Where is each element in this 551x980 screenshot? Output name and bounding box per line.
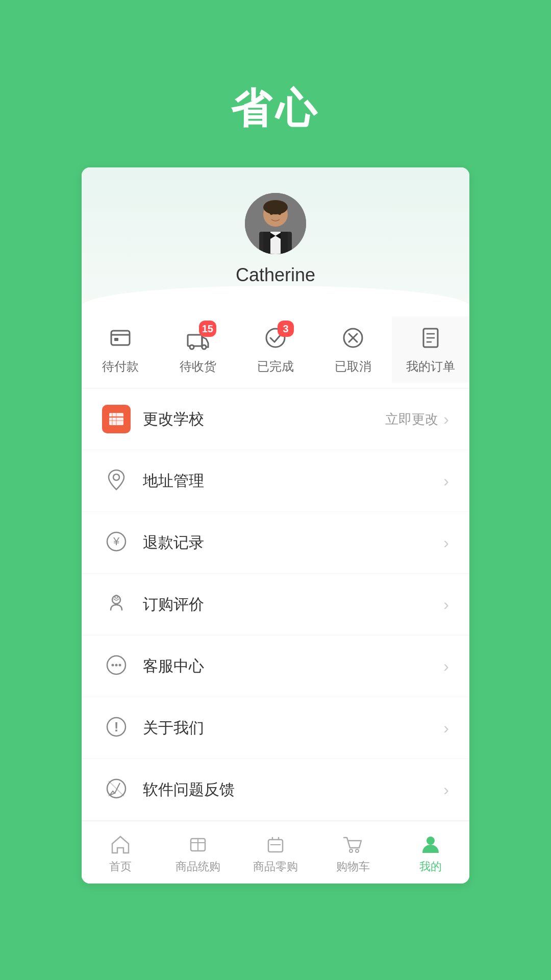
svg-point-31 [112,596,120,604]
svg-point-15 [190,345,194,349]
my-orders-icon [418,326,443,352]
svg-point-16 [202,345,206,349]
svg-text:¥: ¥ [113,535,120,548]
tab-cancelled[interactable]: 已取消 [314,316,392,383]
svg-rect-14 [188,335,202,346]
chevron-change-school: › [443,410,449,429]
nav-item-home[interactable]: 首页 [82,829,159,878]
username: Catherine [236,264,315,286]
svg-rect-44 [268,840,283,852]
nav-label-retail: 商品零购 [253,859,298,874]
nav-label-bulk: 商品统购 [176,859,220,874]
menu-action-change-school: 立即更改 [385,410,438,428]
svg-point-46 [349,849,353,852]
menu-text-refund: 退款记录 [143,532,443,553]
svg-rect-12 [111,331,130,345]
main-card: Catherine 待付款 [82,167,469,884]
svg-rect-11 [281,232,288,254]
svg-rect-10 [263,232,270,254]
review-icon [104,591,129,618]
tab-pending-payment[interactable]: 待付款 [82,316,159,383]
about-icon: ! [104,714,129,742]
chevron-refund: › [443,533,449,552]
menu-text-address: 地址管理 [143,471,443,492]
svg-point-36 [119,664,121,667]
svg-rect-13 [114,338,118,341]
svg-point-48 [427,837,435,845]
tab-label-my-orders: 我的订单 [406,358,455,375]
chevron-feedback: › [443,780,449,799]
cancelled-icon [341,326,365,352]
svg-point-35 [115,664,118,667]
menu-text-review: 订购评价 [143,594,443,615]
menu-item-feedback[interactable]: 软件问题反馈 › [82,759,469,821]
nav-label-home: 首页 [109,859,132,874]
menu-item-about[interactable]: ! 关于我们 › [82,697,469,759]
pending-delivery-badge: 15 [199,321,216,337]
svg-point-28 [113,474,119,480]
address-icon [104,467,129,495]
svg-point-47 [356,849,359,852]
svg-point-9 [278,212,281,215]
tab-completed[interactable]: 3 已完成 [237,316,314,383]
tab-label-completed: 已完成 [257,358,294,375]
nav-label-cart: 购物车 [336,859,370,874]
menu-text-change-school: 更改学校 [143,409,385,430]
menu-item-address[interactable]: 地址管理 › [82,450,469,512]
profile-header: Catherine [82,167,469,306]
svg-point-3 [263,200,288,214]
feedback-icon [104,776,129,803]
tab-label-cancelled: 已取消 [335,358,371,375]
chevron-customer-service: › [443,657,449,676]
bottom-nav: 首页 商品统购 商品零购 [82,821,469,884]
order-tabs: 待付款 15 待收货 [82,306,469,388]
completed-badge: 3 [278,321,294,337]
nav-item-cart[interactable]: 购物车 [314,829,392,878]
tab-label-pending-payment: 待付款 [102,358,139,375]
nav-label-mine: 我的 [419,859,442,874]
menu-text-about: 关于我们 [143,718,443,739]
menu-item-refund[interactable]: ¥ 退款记录 › [82,512,469,574]
menu-item-change-school[interactable]: 更改学校 立即更改 › [82,388,469,450]
tab-pending-delivery[interactable]: 15 待收货 [159,316,237,383]
svg-point-8 [270,212,273,215]
nav-item-mine[interactable]: 我的 [392,829,469,878]
customer-service-icon [104,652,129,680]
pending-payment-icon [108,326,133,352]
nav-item-bulk[interactable]: 商品统购 [159,829,237,878]
tab-label-pending-delivery: 待收货 [180,358,216,375]
svg-text:!: ! [114,719,119,734]
chevron-review: › [443,595,449,614]
menu-text-feedback: 软件问题反馈 [143,779,443,800]
nav-item-retail[interactable]: 商品零购 [237,829,314,878]
svg-point-34 [112,664,114,667]
menu-item-review[interactable]: 订购评价 › [82,574,469,635]
menu-text-customer-service: 客服中心 [143,656,443,677]
app-title: 省心 [231,82,320,137]
tab-my-orders[interactable]: 我的订单 [392,316,469,383]
refund-icon: ¥ [104,529,129,556]
avatar[interactable] [245,193,306,254]
chevron-address: › [443,472,449,491]
menu-item-customer-service[interactable]: 客服中心 › [82,635,469,697]
chevron-about: › [443,719,449,738]
